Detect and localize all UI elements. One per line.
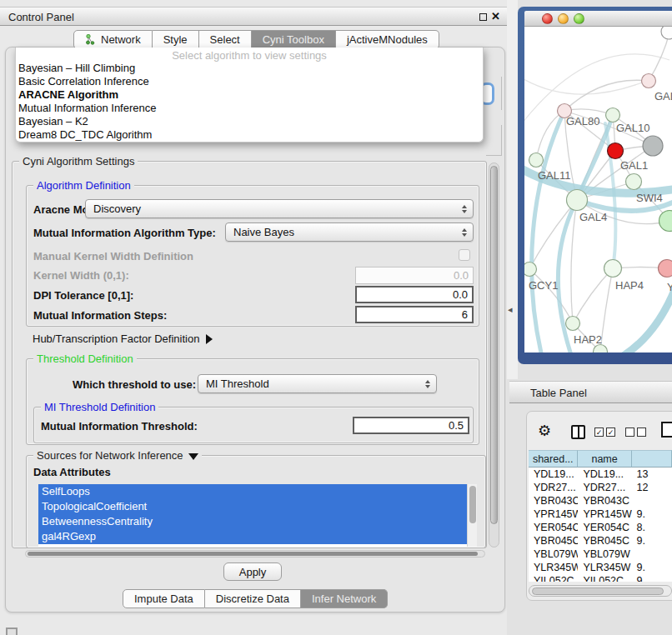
table-row[interactable]: YBL079WYBL079W — [529, 548, 672, 561]
node-red-gal1[interactable] — [608, 143, 624, 159]
mi-algorithm-type-combo[interactable]: Naive Bayes — [225, 222, 474, 242]
minimize-window-icon[interactable] — [558, 13, 569, 24]
settings-horizontal-scrollbar[interactable] — [25, 550, 485, 558]
kernel-width-field[interactable]: 0.0 — [355, 267, 474, 284]
algorithm-option-bayesian-hill-climbing[interactable]: Bayesian – Hill Climbing — [16, 62, 483, 75]
data-attributes-list: SelfLoops TopologicalCoefficient Between… — [38, 484, 477, 547]
attribute-list-scrollbar[interactable] — [467, 484, 477, 547]
columns-icon[interactable] — [571, 425, 585, 439]
table-row[interactable]: YER054CYER054C8. — [529, 521, 672, 534]
node-unlabeled-top[interactable] — [661, 27, 672, 39]
mi-threshold-definition-title: MI Threshold Definition — [41, 401, 158, 413]
tab-network[interactable]: Network — [73, 30, 153, 49]
node-swi4[interactable] — [626, 174, 642, 190]
table-row[interactable]: YBR045CYBR045C9. — [529, 534, 672, 548]
tab-jactivemnodules[interactable]: jActiveMNodules — [336, 30, 439, 49]
sources-title[interactable]: Sources for Network Inference — [33, 449, 202, 462]
unchecked-checkbox-icon[interactable] — [637, 428, 646, 437]
node-gcy1[interactable] — [524, 262, 537, 277]
node-label: HAP2 — [574, 333, 602, 346]
algorithm-option-dream8[interactable]: Dream8 DC_TDC Algorithm — [16, 128, 483, 142]
control-panel-titlebar: Control Panel ✕ — [0, 7, 507, 26]
node-hap4[interactable] — [604, 260, 622, 278]
node-hap2[interactable] — [566, 317, 580, 331]
algorithm-definition-title: Algorithm Definition — [33, 179, 134, 192]
sources-group: Sources for Network Inference Data Attri… — [26, 455, 486, 548]
hub-transcription-factor-section[interactable]: Hub/Transcription Factor Definition — [33, 332, 213, 345]
table-row[interactable]: YIL052CYIL052C9. — [529, 574, 672, 582]
threshold-definition-group: Threshold Definition Which threshold to … — [26, 358, 479, 445]
node-gray[interactable] — [643, 136, 663, 156]
node-bright-green[interactable] — [659, 211, 672, 232]
algorithm-option-basic-correlation[interactable]: Basic Correlation Inference — [16, 75, 483, 88]
gear-icon[interactable]: ⚙ — [538, 422, 551, 440]
tab-discretize-data[interactable]: Discretize Data — [205, 589, 301, 608]
threshold-definition-title: Threshold Definition — [33, 352, 137, 365]
algorithm-option-bayesian-k2[interactable]: Bayesian – K2 — [16, 115, 483, 128]
algorithm-option-mutual-information[interactable]: Mutual Information Inference — [16, 102, 483, 115]
manual-kernel-width-checkbox[interactable] — [459, 249, 470, 261]
tab-impute-data[interactable]: Impute Data — [123, 589, 205, 608]
tab-select[interactable]: Select — [199, 30, 252, 49]
node-gal11[interactable] — [529, 153, 544, 168]
tab-style[interactable]: Style — [153, 30, 199, 49]
table-row[interactable]: YDR27...YDR27...12 — [529, 481, 672, 494]
which-threshold-combo[interactable]: MI Threshold — [198, 374, 437, 393]
hidden-groupbox-edge — [486, 155, 502, 156]
attribute-gal4rgexp[interactable]: gal4RGexp — [38, 529, 477, 544]
tab-infer-network[interactable]: Infer Network — [301, 589, 388, 608]
checked-checkbox-icon[interactable]: ✓ — [594, 428, 604, 437]
dpi-tolerance-field[interactable]: 0.0 — [355, 286, 474, 303]
table-horizontal-scrollbar-thumb[interactable] — [532, 588, 664, 595]
unchecked-checkbox-icon[interactable] — [625, 428, 634, 437]
float-panel-icon[interactable] — [479, 13, 487, 21]
dpi-tolerance-label: DPI Tolerance [0,1]: — [33, 289, 133, 302]
zoom-window-icon[interactable] — [574, 13, 584, 24]
node-salmon-y[interactable] — [659, 260, 672, 278]
table-horizontal-scrollbar[interactable] — [529, 585, 672, 597]
attribute-selfloops[interactable]: SelfLoops — [38, 484, 477, 499]
hidden-groupbox-edge — [501, 125, 502, 155]
attribute-betweennesscentrality[interactable]: BetweennessCentrality — [38, 514, 477, 529]
combo-arrows-icon — [425, 380, 430, 388]
close-panel-icon[interactable]: ✕ — [491, 10, 500, 22]
divider-collapse-icon[interactable]: ◂ — [508, 304, 513, 315]
column-header-name[interactable]: name — [578, 450, 631, 468]
network-window-titlebar — [524, 11, 672, 27]
aracne-mode-combo[interactable]: Discovery — [85, 199, 474, 218]
collapsed-panel-icon[interactable] — [6, 628, 18, 635]
collapse-arrow-icon — [188, 453, 198, 460]
algorithm-option-aracne[interactable]: ARACNE Algorithm — [16, 88, 483, 102]
document-icon[interactable] — [661, 422, 672, 438]
network-icon — [85, 34, 96, 45]
panel-divider[interactable] — [507, 0, 518, 379]
column-header-shared[interactable]: shared... — [529, 450, 578, 468]
attribute-topologicalcoefficient[interactable]: TopologicalCoefficient — [38, 499, 477, 514]
settings-vertical-scrollbar[interactable] — [489, 162, 499, 548]
node-label: GAL10 — [616, 122, 649, 134]
node-gal4[interactable] — [567, 190, 588, 211]
checked-checkbox-icon[interactable]: ✓ — [606, 428, 615, 437]
network-canvas[interactable]: GAL GAL80 GAL10 GAL1 GAL11 SWI4 GAL4 GCY… — [524, 27, 672, 352]
kernel-width-label: Kernel Width (0,1): — [33, 269, 129, 282]
tab-cyni-toolbox[interactable]: Cyni Toolbox — [252, 30, 336, 49]
node-label: GAL11 — [538, 169, 571, 182]
table-row[interactable]: YPR145WYPR145W9. — [529, 508, 672, 521]
settings-horizontal-scrollbar-thumb[interactable] — [28, 552, 478, 556]
node-label: GAL80 — [566, 115, 599, 128]
column-header-cutoff[interactable] — [632, 450, 672, 468]
close-window-icon[interactable] — [542, 13, 553, 24]
data-attributes-label: Data Attributes — [33, 466, 111, 478]
cyni-algorithm-settings-title: Cyni Algorithm Settings — [19, 155, 138, 168]
node-label: SWI4 — [636, 192, 663, 204]
table-row[interactable]: YBR043CYBR043C — [529, 494, 672, 508]
node-gal-partial[interactable] — [642, 74, 656, 88]
settings-vertical-scrollbar-thumb[interactable] — [490, 166, 498, 524]
node-gal10[interactable] — [606, 108, 620, 122]
node-table: shared... name YDL19...YDL19...13 YDR27.… — [529, 450, 672, 582]
mi-steps-field[interactable]: 6 — [355, 306, 474, 323]
apply-button[interactable]: Apply — [223, 562, 282, 581]
table-row[interactable]: YDL19...YDL19...13 — [529, 468, 672, 481]
table-row[interactable]: YLR345WYLR345W9. — [529, 561, 672, 574]
mi-threshold-field[interactable]: 0.5 — [353, 417, 469, 434]
